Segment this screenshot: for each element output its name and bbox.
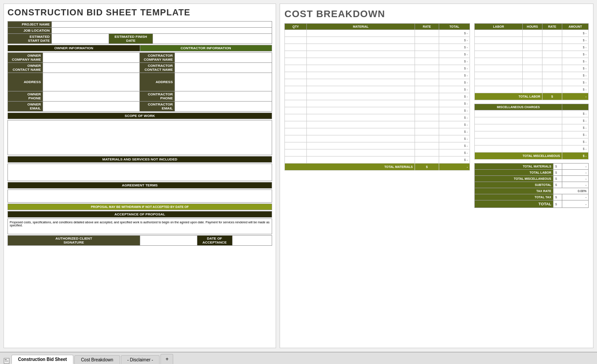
mat-rate[interactable] [415, 44, 439, 51]
lab-rate[interactable] [542, 37, 562, 44]
mat-qty[interactable] [285, 30, 307, 37]
material-row[interactable]: $ - [285, 114, 470, 121]
lab-labor[interactable] [475, 79, 523, 86]
lab-rate[interactable] [542, 86, 562, 93]
material-row[interactable]: $ - [285, 72, 470, 79]
lab-rate[interactable] [542, 65, 562, 72]
material-row[interactable]: $ - [285, 51, 470, 58]
misc-desc[interactable] [475, 146, 562, 153]
labor-row[interactable]: $ - [475, 37, 589, 44]
mat-rate[interactable] [415, 79, 439, 86]
start-date-value[interactable] [52, 34, 109, 44]
lab-hours[interactable] [523, 65, 542, 72]
mat-qty[interactable] [285, 51, 307, 58]
mat-qty[interactable] [285, 128, 307, 135]
mat-rate[interactable] [415, 93, 439, 100]
mat-qty[interactable] [285, 135, 307, 142]
lab-labor[interactable] [475, 51, 523, 58]
misc-row[interactable]: $ - [475, 124, 589, 131]
owner-email-value[interactable] [43, 102, 140, 112]
sum-taxrate-value[interactable]: 0.00% [553, 188, 589, 194]
labor-row[interactable]: $ - [475, 51, 589, 58]
lab-hours[interactable] [523, 51, 542, 58]
material-row[interactable]: $ - [285, 37, 470, 44]
mat-material[interactable] [307, 65, 415, 72]
mat-rate[interactable] [415, 86, 439, 93]
tab-construction-bid[interactable]: Construction Bid Sheet [11, 355, 73, 364]
labor-row[interactable]: $ - [475, 86, 589, 93]
mat-qty[interactable] [285, 114, 307, 121]
contractor-phone-value[interactable] [175, 91, 272, 102]
material-row[interactable]: $ - [285, 142, 470, 149]
labor-row[interactable]: $ - [475, 58, 589, 65]
mat-qty[interactable] [285, 79, 307, 86]
lab-hours[interactable] [523, 72, 542, 79]
lab-rate[interactable] [542, 79, 562, 86]
mat-rate[interactable] [415, 114, 439, 121]
lab-rate[interactable] [542, 72, 562, 79]
mat-rate[interactable] [415, 157, 439, 164]
lab-labor[interactable] [475, 86, 523, 93]
lab-rate[interactable] [542, 44, 562, 51]
mat-material[interactable] [307, 51, 415, 58]
lab-labor[interactable] [475, 65, 523, 72]
tab-disclaimer[interactable]: - Disclaimer - [121, 355, 160, 364]
labor-row[interactable]: $ - [475, 30, 589, 37]
mat-rate[interactable] [415, 107, 439, 114]
misc-desc[interactable] [475, 117, 562, 124]
mat-material[interactable] [307, 79, 415, 86]
misc-desc[interactable] [475, 131, 562, 138]
scope-area[interactable] [7, 120, 272, 155]
material-row[interactable]: $ - [285, 128, 470, 135]
mat-material[interactable] [307, 86, 415, 93]
misc-row[interactable]: $ - [475, 138, 589, 146]
contractor-email-value[interactable] [175, 102, 272, 112]
mat-qty[interactable] [285, 100, 307, 107]
mat-material[interactable] [307, 30, 415, 37]
material-row[interactable]: $ - [285, 121, 470, 128]
materials-area[interactable] [7, 164, 272, 181]
labor-row[interactable]: $ - [475, 79, 589, 86]
mat-material[interactable] [307, 157, 415, 164]
material-row[interactable]: $ - [285, 157, 470, 164]
contractor-contact-value[interactable] [175, 63, 272, 73]
tab-cost-breakdown[interactable]: Cost Breakdown [74, 355, 120, 364]
misc-row[interactable]: $ - [475, 131, 589, 138]
tab-add-button[interactable]: + [160, 354, 173, 364]
material-row[interactable]: $ - [285, 65, 470, 72]
owner-contact-value[interactable] [43, 63, 140, 73]
mat-qty[interactable] [285, 93, 307, 100]
mat-qty[interactable] [285, 44, 307, 51]
lab-hours[interactable] [523, 44, 542, 51]
mat-rate[interactable] [415, 37, 439, 44]
lab-labor[interactable] [475, 37, 523, 44]
mat-rate[interactable] [415, 149, 439, 157]
mat-material[interactable] [307, 107, 415, 114]
mat-qty[interactable] [285, 72, 307, 79]
labor-row[interactable]: $ - [475, 72, 589, 79]
mat-material[interactable] [307, 37, 415, 44]
mat-qty[interactable] [285, 107, 307, 114]
lab-rate[interactable] [542, 51, 562, 58]
signature-value[interactable] [140, 236, 197, 246]
labor-row[interactable]: $ - [475, 44, 589, 51]
mat-rate[interactable] [415, 135, 439, 142]
mat-qty[interactable] [285, 37, 307, 44]
job-location-value[interactable] [52, 28, 272, 34]
misc-row[interactable]: $ - [475, 117, 589, 124]
lab-hours[interactable] [523, 58, 542, 65]
mat-qty[interactable] [285, 157, 307, 164]
finish-date-value[interactable] [153, 34, 272, 44]
mat-material[interactable] [307, 58, 415, 65]
misc-desc[interactable] [475, 124, 562, 131]
misc-row[interactable]: $ - [475, 110, 589, 117]
mat-material[interactable] [307, 44, 415, 51]
misc-row[interactable]: $ - [475, 146, 589, 153]
mat-material[interactable] [307, 93, 415, 100]
mat-rate[interactable] [415, 121, 439, 128]
owner-address-value[interactable] [43, 73, 140, 91]
date-value[interactable] [232, 236, 272, 246]
mat-rate[interactable] [415, 65, 439, 72]
lab-hours[interactable] [523, 37, 542, 44]
project-name-value[interactable] [52, 22, 272, 28]
